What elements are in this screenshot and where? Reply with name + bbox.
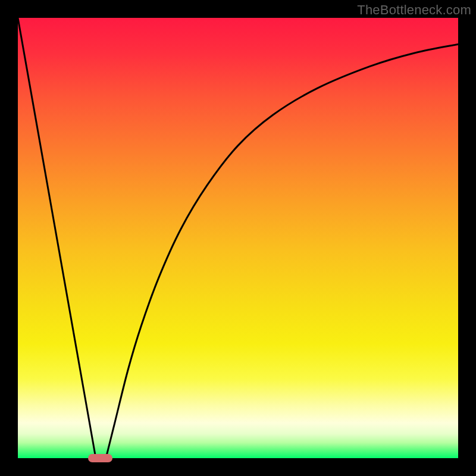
plot-area xyxy=(18,18,458,458)
chart-curves xyxy=(18,18,458,458)
left-branch-line xyxy=(18,18,96,458)
chart-frame: TheBottleneck.com xyxy=(0,0,476,476)
watermark-text: TheBottleneck.com xyxy=(357,2,471,18)
right-branch-line xyxy=(106,44,458,458)
bottleneck-marker xyxy=(88,454,112,462)
